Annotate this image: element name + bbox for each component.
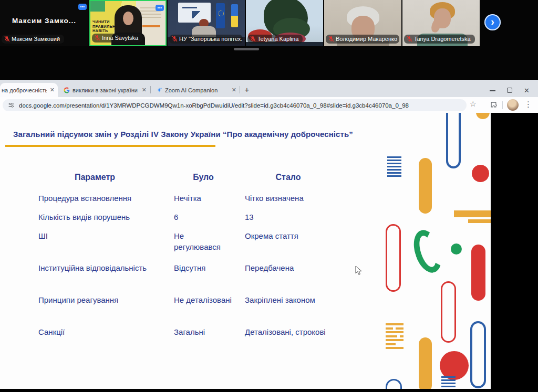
bookmark-star-icon[interactable]: ☆ <box>470 100 477 108</box>
participant-name-tag: Володимир Макаренко <box>326 35 399 44</box>
window-minimize-button[interactable] <box>490 90 495 91</box>
mic-muted-icon <box>172 36 178 42</box>
table-cell: Не регулювався <box>174 230 233 252</box>
next-page-button[interactable]: › <box>484 14 501 30</box>
decor-yellow-bar <box>468 219 491 223</box>
url-text: docs.google.com/presentation/d/1Y3MRWDPC… <box>19 102 409 109</box>
participant-tile-tetyana[interactable]: Tetyana Kaplina <box>246 0 323 46</box>
decor-red-circle <box>472 165 489 182</box>
page-content: Загальний підсумок змін у Розділі IV Зак… <box>0 113 538 392</box>
table-row: Принципи реагування Не деталізовані Закр… <box>38 294 348 305</box>
mic-muted-icon <box>4 36 10 42</box>
toolbar-divider <box>502 101 503 109</box>
window-close-button[interactable]: ✕ <box>524 87 530 94</box>
participant-tile-inna-active-speaker[interactable]: ЧИНИТИ ПРАВИЛЬНО НАВІТЬ ••• Inna Savytsk… <box>89 0 167 46</box>
window-restore-button[interactable] <box>507 88 512 93</box>
table-cell: 6 <box>174 211 233 223</box>
table-row: Санкції Загальні Деталізовані, строкові <box>38 326 348 337</box>
tab-close-icon[interactable]: ✕ <box>229 87 240 93</box>
table-cell: Не деталізовані <box>174 294 233 305</box>
table-cell: Закріплені законом <box>245 294 332 305</box>
decor-yellow-pill <box>419 337 432 389</box>
tile-more-button[interactable]: ••• <box>156 5 164 11</box>
table-cell: Інституційна відповідальність <box>38 262 151 273</box>
decor-yellow-dashes <box>386 323 404 353</box>
participant-name-tag: НУ "Запорізька політех..." <box>169 35 243 44</box>
tab-zoom-ai[interactable]: Zoom AI Companion ✕ <box>152 83 240 97</box>
decor-green-arc <box>409 227 447 277</box>
tab-close-icon[interactable]: ✕ <box>47 87 58 93</box>
decor-red-pill <box>471 245 485 301</box>
decor-red-outline-pill <box>386 224 401 292</box>
participant-tile-volodymyr[interactable]: Володимир Макаренко <box>324 0 401 46</box>
mic-muted-icon <box>250 36 256 42</box>
decor-blue-outline-pill <box>386 379 402 389</box>
browser-menu-kebab-icon[interactable]: ⋮ <box>524 100 532 109</box>
tab-strip: на доброчесність як ✕ виклики в законі у… <box>0 80 538 97</box>
tile-more-button[interactable]: ••• <box>78 4 87 10</box>
participant-name-tag: Максим Замковий <box>2 35 64 44</box>
table-cell: Кількість видів порушень <box>38 211 151 223</box>
mouse-cursor <box>355 266 362 276</box>
decor-blue-lines <box>441 376 456 388</box>
table-cell: Окрема стаття <box>245 230 332 252</box>
participant-tile-university[interactable]: НУ "Запорізька політех..." <box>168 0 245 46</box>
extensions-icon[interactable] <box>490 101 498 109</box>
table-row: Інституційна відповідальність Відсутня П… <box>38 262 348 273</box>
tab-presentation[interactable]: на доброчесність як ✕ <box>0 83 58 97</box>
table-cell: ШІ <box>38 230 151 252</box>
slide-title: Загальний підсумок змін у Розділі IV Зак… <box>13 130 376 139</box>
zoom-video-strip: Максим Замко... ••• Максим Замковий ЧИНИ… <box>0 0 538 46</box>
participant-tile-maksym[interactable]: Максим Замко... ••• Максим Замковий <box>0 0 88 46</box>
participant-display-name: Максим Замко... <box>0 17 88 25</box>
participant-name-tag: Tanya Dragomeretska <box>404 35 475 44</box>
browser-toolbar: docs.google.com/presentation/d/1Y3MRWDPC… <box>0 97 538 113</box>
table-cell: Нечітка <box>174 193 233 204</box>
decor-red-circle <box>440 351 469 380</box>
table-cell: Процедура встановлення <box>38 193 151 204</box>
address-bar[interactable]: docs.google.com/presentation/d/1Y3MRWDPC… <box>3 99 467 111</box>
decor-yellow-pill <box>419 158 432 214</box>
table-cell: Чітко визначена <box>245 193 332 204</box>
table-cell: Відсутня <box>174 262 233 273</box>
table-cell: Передбачена <box>245 262 332 273</box>
tab-close-icon[interactable]: ✕ <box>139 87 150 93</box>
participant-name-tag: Tetyana Kaplina <box>247 35 303 44</box>
title-underline <box>5 145 215 147</box>
mic-muted-icon <box>407 36 412 42</box>
table-cell: Загальні <box>174 326 233 337</box>
new-tab-button[interactable]: + <box>242 84 252 95</box>
table-cell: Санкції <box>38 326 151 337</box>
mic-muted-icon <box>328 36 334 42</box>
decor-blue-outline-pill <box>446 113 461 168</box>
google-favicon <box>64 87 70 93</box>
browser-window: на доброчесність як ✕ виклики в законі у… <box>0 80 538 113</box>
decor-green-circle <box>451 243 462 255</box>
table-header-row: Параметр Було Стало <box>38 172 348 183</box>
profile-avatar[interactable] <box>507 99 519 111</box>
participant-name-tag: Inna Savytska <box>92 34 142 43</box>
decor-blue-outline-pill <box>470 321 486 388</box>
decor-red-outline-pill <box>441 281 456 343</box>
presentation-slide[interactable]: Загальний підсумок змін у Розділі IV Зак… <box>0 113 491 389</box>
column-header: Було <box>174 172 233 183</box>
mic-muted-icon <box>95 35 100 41</box>
decor-yellow-bar <box>454 210 491 217</box>
screen: Максим Замко... ••• Максим Замковий ЧИНИ… <box>0 0 538 392</box>
decor-yellow-circle <box>476 113 490 119</box>
table-row: ШІ Не регулювався Окрема стаття <box>38 230 348 252</box>
table-cell: Принципи реагування <box>38 294 151 305</box>
table-cell: Деталізовані, строкові <box>245 326 332 337</box>
decor-blue-lines <box>387 156 401 177</box>
strip-resize-handle[interactable] <box>234 48 259 50</box>
table-row: Кількість видів порушень 6 13 <box>38 211 348 223</box>
table-row: Процедура встановлення Нечітка Чітко виз… <box>38 193 348 204</box>
participant-tile-tanya[interactable]: Tanya Dragomeretska <box>402 0 480 46</box>
column-header: Параметр <box>38 172 151 183</box>
site-settings-icon[interactable] <box>8 102 15 109</box>
column-header: Стало <box>245 172 332 183</box>
tab-google-search[interactable]: виклики в законі україни Про ✕ <box>59 83 150 97</box>
table-cell: 13 <box>245 211 332 223</box>
zoom-ai-sparkle-icon <box>156 87 162 93</box>
